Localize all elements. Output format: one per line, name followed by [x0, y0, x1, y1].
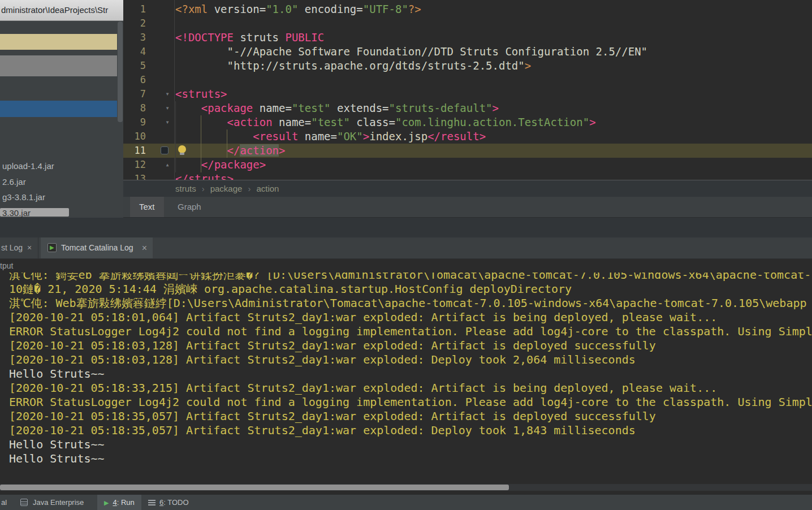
editor-line[interactable]: 7▾<struts>	[123, 87, 812, 101]
console-tab-catalina-log[interactable]: ▶ Tomcat Catalina Log ×	[41, 237, 153, 258]
code-text: <?xml version="1.0" encoding="UTF-8"?>	[175, 2, 421, 16]
console-tab-label: st Log	[1, 237, 23, 258]
code-text: <package name="test" extends="struts-def…	[175, 101, 499, 115]
tree-row-highlight-gray[interactable]	[0, 55, 117, 76]
fold-marker-icon[interactable]: ▾	[163, 101, 172, 115]
project-file-item[interactable]: g3-3.8.1.jar	[2, 191, 45, 204]
console-log-line: Hello Struts~~	[0, 367, 812, 381]
editor-line[interactable]: 2	[123, 16, 812, 31]
line-number[interactable]: 10	[123, 129, 146, 144]
java-enterprise-icon	[20, 499, 28, 506]
editor-line[interactable]: 3<!DOCTYPE struts PUBLIC	[123, 31, 812, 45]
console-tab-label: Tomcat Catalina Log	[61, 237, 133, 258]
line-number[interactable]: 3	[123, 31, 146, 45]
console-tabbar: st Log × ▶ Tomcat Catalina Log ×	[0, 237, 812, 259]
editor-line[interactable]: 6	[123, 73, 812, 87]
console-tool-window: st Log × ▶ Tomcat Catalina Log × tput 淇℃…	[0, 237, 812, 494]
breadcrumb-item[interactable]: package	[210, 184, 243, 193]
line-number[interactable]: 11	[123, 144, 146, 158]
line-number[interactable]: 12	[123, 158, 146, 172]
code-text: <!DOCTYPE struts PUBLIC	[175, 31, 324, 45]
line-number[interactable]: 2	[123, 16, 146, 31]
fold-marker-icon[interactable]: ▾	[163, 115, 172, 129]
status-terminal-clipped[interactable]: al	[1, 495, 7, 510]
bookmark-icon[interactable]	[161, 146, 169, 154]
console-log-line: [2020-10-21 05:18:35,057] Artifact Strut…	[0, 409, 812, 423]
tab-text[interactable]: Text	[130, 197, 164, 217]
console-log-line: [2020-10-21 05:18:01,064] Artifact Strut…	[0, 310, 812, 325]
fold-marker-icon[interactable]: ▾	[163, 87, 172, 101]
editor-line[interactable]: 1<?xml version="1.0" encoding="UTF-8"?>	[123, 2, 812, 16]
code-text: "-//Apache Software Foundation//DTD Stru…	[175, 45, 647, 59]
console-log-line: [2020-10-21 05:18:03,128] Artifact Strut…	[0, 353, 812, 367]
close-icon[interactable]: ×	[142, 237, 147, 258]
indent-guide	[227, 129, 227, 158]
project-path-title: dministrator\IdeaProjects\Str	[0, 0, 123, 21]
breadcrumb-item[interactable]: struts	[175, 184, 196, 193]
close-icon[interactable]: ×	[27, 237, 32, 258]
status-bar: al Java Enterprise ▶4: Run 6: TODO	[0, 494, 812, 510]
console-hscrollbar-thumb[interactable]	[0, 485, 509, 490]
breadcrumb-item[interactable]: action	[256, 184, 279, 193]
editor-line[interactable]: 4 "-//Apache Software Foundation//DTD St…	[123, 45, 812, 59]
console-log-line: [2020-10-21 05:18:03,128] Artifact Strut…	[0, 339, 812, 353]
editor[interactable]: 1<?xml version="1.0" encoding="UTF-8"?>2…	[123, 0, 812, 180]
chevron-right-icon: ›	[202, 184, 205, 193]
tab-graph[interactable]: Graph	[169, 197, 210, 217]
line-number[interactable]: 9	[123, 115, 146, 129]
project-file-item[interactable]: upload-1.4.jar	[2, 160, 54, 172]
fold-marker-icon[interactable]: ▴	[163, 158, 172, 172]
line-number[interactable]: 13	[123, 172, 146, 180]
editor-view-tabs: Text Graph	[123, 197, 812, 218]
editor-line[interactable]: 12▴ </package>	[123, 158, 812, 172]
console-log-line: Hello Struts~~	[0, 438, 812, 452]
status-todo-toolwindow-button[interactable]: 6: TODO	[159, 495, 189, 510]
chevron-right-icon: ›	[248, 184, 250, 193]
console-log-line: 淇℃伅: Web搴旂敤绋嬪簭鐩綍[D:\Users\Administrator\…	[0, 296, 812, 310]
line-number[interactable]: 1	[123, 2, 146, 16]
status-java-enterprise[interactable]: Java Enterprise	[33, 495, 84, 510]
tree-row-highlight-tan[interactable]	[0, 34, 117, 50]
todo-list-icon	[148, 500, 156, 505]
console-tab-localhost-log[interactable]: st Log ×	[0, 237, 38, 258]
breadcrumb: struts›package›action	[123, 180, 812, 197]
console-log-line: 10鏈� 21, 2020 5:14:44 涓嬪崍 org.apache.cat…	[0, 282, 812, 296]
console-log-line: Hello Struts~~	[0, 452, 812, 466]
ide-window: dministrator\IdeaProjects\Str upload-1.4…	[0, 0, 812, 510]
project-panel: dministrator\IdeaProjects\Str upload-1.4…	[0, 0, 123, 218]
code-text: <result name="OK">index.jsp</result>	[175, 129, 486, 144]
editor-line[interactable]: 13</struts>	[123, 172, 812, 180]
console-log-line: [2020-10-21 05:18:35,057] Artifact Strut…	[0, 423, 812, 438]
indent-guide	[175, 101, 176, 172]
editor-line[interactable]: 8▾ <package name="test" extends="struts-…	[123, 101, 812, 115]
line-number[interactable]: 8	[123, 101, 146, 115]
line-number[interactable]: 7	[123, 87, 146, 101]
code-text: <action name="test" class="com.linghu.ac…	[175, 115, 596, 129]
console-output[interactable]: 淇℃伅: 鎶妛eb 搴旂敤绋嬪簭閮ㄧ讲鍒扮洰褰�? [D:\Users\Admi…	[0, 273, 812, 484]
code-text: </action>	[175, 144, 285, 158]
breadcrumb-items: struts›package›action	[175, 180, 279, 197]
project-vscrollbar-thumb[interactable]	[118, 21, 123, 122]
code-text: <struts>	[175, 87, 227, 101]
line-number[interactable]: 4	[123, 45, 146, 59]
console-log-line: ERROR StatusLogger Log4j2 could not find…	[0, 325, 812, 339]
editor-line[interactable]: 9▾ <action name="test" class="com.linghu…	[123, 115, 812, 129]
project-file-item[interactable]: 2.6.jar	[2, 176, 26, 188]
project-file-item[interactable]: 3.30.jar	[2, 207, 31, 218]
code-text: </struts>	[175, 172, 234, 180]
status-run-toolwindow-button[interactable]: ▶4: Run	[97, 495, 141, 510]
console-log-line: 淇℃伅: 鎶妛eb 搴旂敤绋嬪簭閮ㄧ讲鍒扮洰褰�? [D:\Users\Admi…	[0, 273, 812, 282]
console-hscrollbar	[0, 484, 812, 491]
console-log-line: [2020-10-21 05:18:33,215] Artifact Strut…	[0, 381, 812, 395]
run-play-icon: ▶	[104, 499, 109, 506]
output-label[interactable]: tput	[0, 261, 13, 270]
console-log-line: ERROR StatusLogger Log4j2 could not find…	[0, 395, 812, 409]
line-number[interactable]: 6	[123, 73, 146, 87]
indent-guide	[201, 115, 201, 172]
panel-divider-strip	[0, 218, 812, 237]
tree-row-highlight-blue[interactable]	[0, 101, 117, 117]
code-text: </package>	[175, 158, 266, 172]
code-text: "http://struts.apache.org/dtds/struts-2.…	[175, 59, 531, 73]
editor-line[interactable]: 5 "http://struts.apache.org/dtds/struts-…	[123, 59, 812, 73]
line-number[interactable]: 5	[123, 59, 146, 73]
